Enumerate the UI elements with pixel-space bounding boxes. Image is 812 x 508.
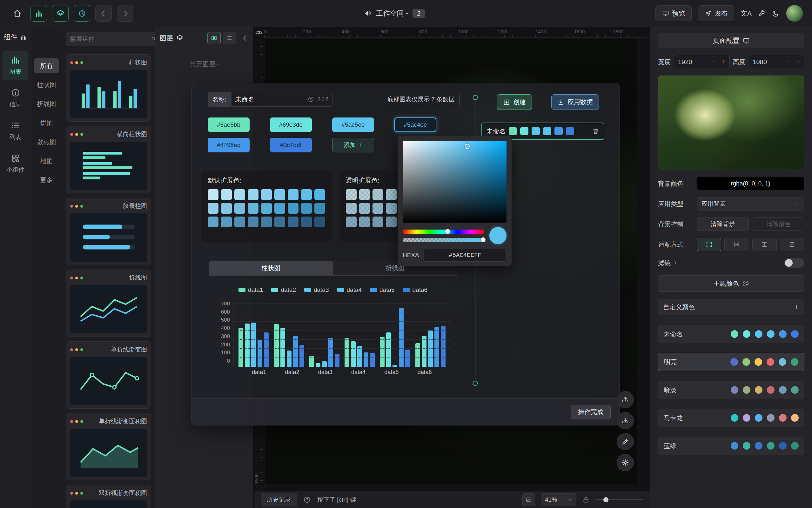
saturation-value-area[interactable] xyxy=(403,141,507,222)
sidebar-item-bars[interactable]: 图表 xyxy=(3,51,28,80)
color-swatch[interactable] xyxy=(208,189,218,200)
color-swatch[interactable] xyxy=(261,216,272,227)
tools-button[interactable] xyxy=(758,9,766,17)
color-swatch[interactable] xyxy=(314,203,325,214)
width-value[interactable]: 1920 xyxy=(678,58,709,66)
eye-icon[interactable] xyxy=(255,29,263,37)
palette-chip[interactable]: #69e3de xyxy=(270,118,312,132)
apply-data-button[interactable]: 应用数据 xyxy=(551,94,599,110)
hue-slider[interactable] xyxy=(403,229,484,234)
fit-scale-button[interactable] xyxy=(697,238,721,251)
height-decrement-button[interactable]: − xyxy=(784,58,793,66)
history-button[interactable]: 历史记录 xyxy=(261,493,297,506)
color-swatch[interactable] xyxy=(221,216,232,227)
zoom-slider[interactable] xyxy=(595,499,643,500)
color-swatch[interactable] xyxy=(234,216,245,227)
color-swatch[interactable] xyxy=(301,203,312,214)
color-swatch[interactable] xyxy=(386,216,397,227)
palette-chip[interactable]: #5ac5ee xyxy=(332,118,374,132)
create-button[interactable]: 创建 xyxy=(497,94,532,110)
color-swatch[interactable] xyxy=(301,216,312,227)
color-swatch[interactable] xyxy=(248,203,258,214)
chevron-right-icon[interactable] xyxy=(673,260,678,265)
undo-button[interactable] xyxy=(95,5,112,22)
layers-mode-button[interactable] xyxy=(52,5,69,22)
palette-chip[interactable]: #3c7ddf xyxy=(270,138,312,153)
clear-icon[interactable] xyxy=(307,96,314,103)
clear-color-button[interactable]: 清除颜色 xyxy=(753,217,805,231)
color-card-chip[interactable] xyxy=(554,127,563,135)
width-decrement-button[interactable]: − xyxy=(710,58,718,66)
color-swatch[interactable] xyxy=(234,189,245,200)
category-item-6[interactable]: 更多 xyxy=(34,172,59,187)
color-swatch[interactable] xyxy=(274,189,285,200)
palette-chip[interactable]: #6ae5bb xyxy=(208,118,250,132)
redo-button[interactable] xyxy=(117,5,133,22)
color-swatch[interactable] xyxy=(359,203,370,214)
zoom-slider-knob[interactable] xyxy=(603,497,608,502)
name-input[interactable] xyxy=(235,96,304,103)
alpha-thumb[interactable] xyxy=(481,238,485,242)
color-card-chip[interactable] xyxy=(531,127,540,135)
sidebar-item-listicon[interactable]: 列表 xyxy=(3,117,28,145)
selection-handle-bottom[interactable] xyxy=(473,381,478,386)
palette-chip[interactable]: #5ac4ee xyxy=(394,118,436,132)
language-button[interactable]: 文A xyxy=(740,9,752,18)
add-custom-color-button[interactable]: + xyxy=(794,303,799,311)
app-type-select[interactable]: 应用背景 xyxy=(697,197,804,211)
color-swatch[interactable] xyxy=(301,189,312,200)
filter-toggle[interactable] xyxy=(784,258,804,268)
fit-width-button[interactable] xyxy=(724,238,749,251)
category-item-1[interactable]: 柱状图 xyxy=(34,77,59,92)
hexa-input[interactable] xyxy=(424,249,507,262)
color-swatch[interactable] xyxy=(261,189,272,200)
done-button[interactable]: 操作完成 xyxy=(571,405,611,419)
fit-height-button[interactable] xyxy=(752,238,777,251)
zoom-select[interactable]: 41% xyxy=(541,494,576,506)
height-value[interactable]: 1080 xyxy=(753,58,783,66)
add-color-button[interactable]: 添加+ xyxy=(332,138,374,153)
settings-button[interactable] xyxy=(617,454,634,471)
color-swatch[interactable] xyxy=(314,189,325,200)
color-swatch[interactable] xyxy=(221,189,232,200)
color-card-chip[interactable] xyxy=(543,127,551,135)
component-card[interactable]: 横向柱状图 xyxy=(66,126,151,194)
background-image-preview[interactable] xyxy=(658,75,804,170)
hue-thumb[interactable] xyxy=(445,229,450,234)
home-button[interactable] xyxy=(9,5,26,22)
theme-row-1[interactable]: 明亮 xyxy=(658,353,804,371)
color-swatch[interactable] xyxy=(248,189,258,200)
component-card[interactable]: 折线图 xyxy=(66,269,151,337)
color-swatch[interactable] xyxy=(288,216,299,227)
color-swatch[interactable] xyxy=(208,203,218,214)
color-swatch[interactable] xyxy=(208,216,218,227)
theme-row-2[interactable]: 暗淡 xyxy=(658,381,804,399)
trash-icon[interactable] xyxy=(592,128,599,135)
import-button[interactable] xyxy=(617,391,634,408)
color-swatch[interactable] xyxy=(234,203,245,214)
category-item-2[interactable]: 折线图 xyxy=(34,96,59,112)
category-item-3[interactable]: 饼图 xyxy=(34,115,59,130)
bg-color-value[interactable]: rgba(0, 0, 0, 1) xyxy=(697,177,804,190)
collapse-panel-button[interactable] xyxy=(241,34,249,42)
theme-row-0[interactable]: 未命名 xyxy=(658,325,804,343)
theme-row-4[interactable]: 蓝绿 xyxy=(658,436,804,455)
color-card-chip[interactable] xyxy=(566,127,574,135)
selection-handle-top[interactable] xyxy=(473,95,478,100)
sv-cursor[interactable] xyxy=(465,144,470,149)
sidebar-item-info[interactable]: 信息 xyxy=(3,84,28,113)
color-swatch[interactable] xyxy=(373,189,383,200)
layer-list-view-button[interactable] xyxy=(223,32,236,44)
category-item-0[interactable]: 所有 xyxy=(34,58,59,73)
height-increment-button[interactable]: + xyxy=(794,58,802,66)
export-button[interactable] xyxy=(617,412,634,429)
alpha-slider[interactable] xyxy=(403,238,484,242)
color-swatch[interactable] xyxy=(386,203,397,214)
pie-mode-button[interactable] xyxy=(74,5,90,22)
width-increment-button[interactable]: + xyxy=(719,58,728,66)
color-swatch[interactable] xyxy=(359,216,370,227)
color-swatch[interactable] xyxy=(261,203,272,214)
category-item-4[interactable]: 散点图 xyxy=(34,134,59,150)
color-swatch[interactable] xyxy=(288,189,299,200)
color-swatch[interactable] xyxy=(274,203,285,214)
